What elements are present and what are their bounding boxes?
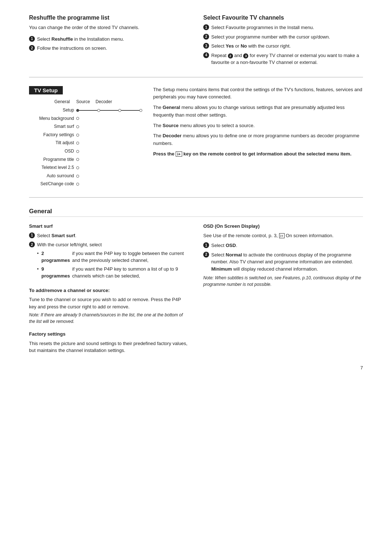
osd-step-1: 1 Select OSD. [203, 242, 363, 249]
step-num-2: 2 [29, 45, 35, 51]
factory-settings-text: This resets the picture and sound settin… [29, 340, 189, 354]
dot-tl [76, 166, 79, 169]
dot-osd [76, 150, 79, 153]
dot-setup [76, 109, 79, 112]
favourite-step-2: 2 Select your programme number with the … [203, 33, 363, 41]
menu-header-general: General [51, 98, 73, 106]
add-remove-text: Tune to the channel or source you wish t… [29, 296, 189, 310]
menu-item-auto-surround: Auto surround [29, 172, 76, 180]
fav-step-4-text: Repeat 2 and 3 for every TV channel or e… [211, 52, 363, 66]
tv-setup-label: TV Setup [29, 86, 63, 94]
tv-setup-right: The Setup menu contains items that contr… [153, 86, 363, 189]
ss-bullet-2: 9 programmes if you want the P4P key to … [37, 266, 189, 280]
favourite-step-3: 3 Select Yes or No with the cursor right… [203, 42, 363, 50]
ss-step-2-text: With the cursor left/right, select 2 pro… [37, 241, 189, 281]
fav-step-num-1: 1 [203, 24, 209, 30]
menu-item-setup: Setup [29, 106, 76, 114]
reshuffle-step-1: 1 Select Reshuffle in the Installation m… [29, 36, 189, 43]
tv-setup-desc3: The Source menu allows you to select a s… [153, 122, 363, 130]
favourite-section: Select Favourite TV channels 1 Select Fa… [203, 15, 363, 68]
add-remove-note: Note: If there are already 9 channels/so… [29, 312, 189, 325]
menu-row-auto-surround: Auto surround [29, 172, 142, 180]
step-num-1: 1 [29, 36, 35, 42]
tv-setup-desc1: The Setup menu contains items that contr… [153, 86, 363, 101]
reshuffle-step-2-text: Follow the instructions on screen. [37, 45, 107, 52]
line-setup-3 [121, 110, 139, 111]
favourite-step-4: 4 Repeat 2 and 3 for every TV channel or… [203, 52, 363, 66]
general-title: General [29, 208, 363, 217]
osd-steps: 1 Select OSD. 2 Select Normal to activat… [203, 242, 363, 272]
osd-intro: See Use of the remote control, p. 3, i+ … [203, 232, 363, 239]
top-section: Reshuffle the programme list You can cha… [29, 15, 363, 77]
menu-item-tilt-adjust: Tilt adjust [29, 139, 76, 147]
menu-item-set-change-code: Set/Change code [29, 180, 76, 188]
smart-surf-step-1: 1 Select Smart surf. [29, 232, 189, 239]
menu-row-osd: OSD [29, 147, 142, 155]
fav-step-1-text: Select Favourite programmes in the Insta… [211, 24, 314, 31]
dot-as [76, 175, 79, 178]
osd-step-1-text: Select OSD. [211, 242, 237, 249]
line-setup-2 [100, 110, 118, 111]
smart-surf-title: Smart surf [29, 223, 189, 230]
ss-step-1-text: Select Smart surf. [37, 232, 76, 239]
smart-surf-step-2: 2 With the cursor left/right, select 2 p… [29, 241, 189, 281]
reshuffle-step-1-text: Select Reshuffle in the Installation men… [37, 36, 124, 43]
tv-setup-section: TV Setup General Source Decoder Setup [29, 86, 363, 198]
reshuffle-intro: You can change the order of the stored T… [29, 24, 189, 31]
menu-item-programme-title: Programme title [29, 156, 76, 164]
menu-row-programme-title: Programme title [29, 156, 142, 164]
line-setup [79, 110, 97, 111]
dot-setup-3 [118, 109, 121, 112]
tv-setup-desc4: The Decoder menu allows you to define on… [153, 132, 363, 147]
dot-ta [76, 142, 79, 145]
menu-item-factory-settings: Factory settings [29, 131, 76, 139]
menu-item-smart-surf: Smart surf [29, 123, 76, 131]
menu-row-smart-surf: Smart surf [29, 123, 142, 131]
fav-step-2-text: Select your programme number with the cu… [211, 33, 330, 41]
menu-item-menu-background: Menu background [29, 115, 76, 123]
ss-step-num-2: 2 [29, 242, 35, 247]
tv-setup-left: TV Setup General Source Decoder Setup [29, 86, 142, 189]
smart-surf-bullets: 2 programmes if you want the P4P key to … [37, 250, 189, 280]
menu-row-teletext: Teletext level 2.5 [29, 164, 142, 172]
add-remove-title: To add/remove a channel or source: [29, 287, 189, 294]
menu-header-source: Source [73, 98, 93, 106]
tv-setup-press-note: Press the i+ key on the remote control t… [153, 150, 363, 158]
page-number: 7 [29, 365, 363, 370]
osd-note: Note: When subtitles is switched on, see… [203, 275, 363, 288]
favourite-steps: 1 Select Favourite programmes in the Ins… [203, 24, 363, 66]
reshuffle-step-2: 2 Follow the instructions on screen. [29, 45, 189, 52]
osd-step-num-1: 1 [203, 242, 209, 248]
osd-step-num-2: 2 [203, 252, 209, 258]
menu-item-osd: OSD [29, 147, 76, 155]
dot-pt [76, 158, 79, 161]
fav-step-num-3: 3 [203, 43, 209, 49]
general-left-col: Smart surf 1 Select Smart surf. 2 With t… [29, 223, 189, 354]
dot-setup-4 [139, 109, 142, 112]
menu-diagram: General Source Decoder Setup Menu backgr… [29, 98, 142, 189]
menu-row-menu-background: Menu background [29, 115, 142, 123]
dot-fs [76, 134, 79, 137]
menu-row-setup: Setup [29, 106, 142, 114]
osd-title: OSD (On Screen Display) [203, 223, 363, 230]
favourite-title: Select Favourite TV channels [203, 15, 363, 21]
favourite-step-1: 1 Select Favourite programmes in the Ins… [203, 24, 363, 31]
fav-step-num-2: 2 [203, 34, 209, 40]
osd-step-2-text: Select Normal to activate the continuous… [211, 251, 363, 273]
ss-bullet-1: 2 programmes if you want the P4P key to … [37, 250, 189, 264]
menu-row-set-change-code: Set/Change code [29, 180, 142, 188]
reshuffle-steps: 1 Select Reshuffle in the Installation m… [29, 36, 189, 52]
menu-item-teletext: Teletext level 2.5 [29, 164, 76, 172]
menu-row-tilt-adjust: Tilt adjust [29, 139, 142, 147]
osd-step-2: 2 Select Normal to activate the continuo… [203, 251, 363, 273]
dot-scc [76, 183, 79, 186]
general-columns: Smart surf 1 Select Smart surf. 2 With t… [29, 223, 363, 354]
reshuffle-section: Reshuffle the programme list You can cha… [29, 15, 189, 68]
reshuffle-title: Reshuffle the programme list [29, 15, 189, 21]
menu-row-factory-settings: Factory settings [29, 131, 142, 139]
general-right-col: OSD (On Screen Display) See Use of the r… [203, 223, 363, 354]
smart-surf-steps: 1 Select Smart surf. 2 With the cursor l… [29, 232, 189, 281]
tv-setup-desc2: The General menu allows you to change va… [153, 104, 363, 119]
dot-mb [76, 117, 79, 120]
menu-header-decoder: Decoder [93, 98, 115, 106]
